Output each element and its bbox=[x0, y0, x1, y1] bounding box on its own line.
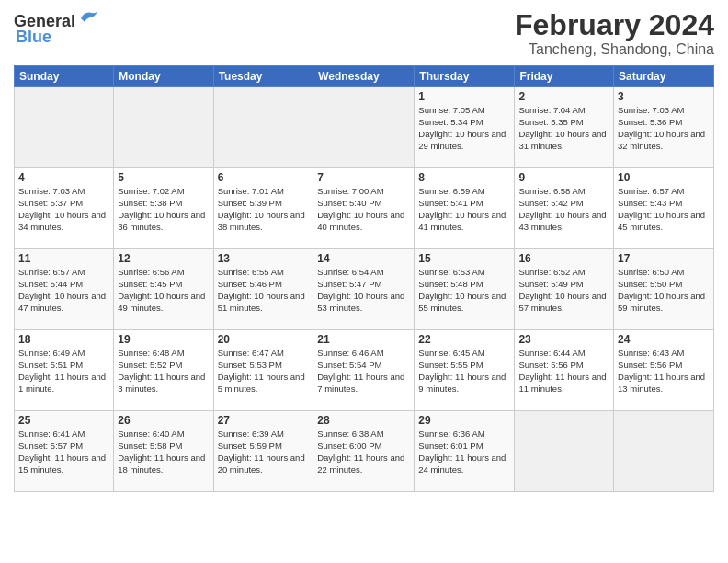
day-number: 24 bbox=[618, 333, 710, 346]
day-info: Sunrise: 6:38 AM Sunset: 6:00 PM Dayligh… bbox=[317, 429, 410, 476]
title-area: February 2024 Tancheng, Shandong, China bbox=[515, 9, 714, 58]
calendar-cell: 17Sunrise: 6:50 AM Sunset: 5:50 PM Dayli… bbox=[614, 249, 714, 330]
week-row-1: 1Sunrise: 7:05 AM Sunset: 5:34 PM Daylig… bbox=[15, 87, 714, 168]
calendar-cell: 1Sunrise: 7:05 AM Sunset: 5:34 PM Daylig… bbox=[415, 87, 515, 168]
day-number: 10 bbox=[618, 171, 710, 184]
calendar-cell: 2Sunrise: 7:04 AM Sunset: 5:35 PM Daylig… bbox=[515, 87, 614, 168]
header-monday: Monday bbox=[114, 66, 213, 87]
day-number: 7 bbox=[317, 171, 410, 184]
day-number: 5 bbox=[118, 171, 209, 184]
day-number: 11 bbox=[18, 252, 109, 265]
day-info: Sunrise: 6:54 AM Sunset: 5:47 PM Dayligh… bbox=[317, 267, 410, 314]
day-info: Sunrise: 6:52 AM Sunset: 5:49 PM Dayligh… bbox=[518, 267, 609, 314]
header-tuesday: Tuesday bbox=[213, 66, 313, 87]
day-info: Sunrise: 6:53 AM Sunset: 5:48 PM Dayligh… bbox=[418, 267, 510, 314]
day-number: 21 bbox=[317, 333, 410, 346]
calendar-cell: 24Sunrise: 6:43 AM Sunset: 5:56 PM Dayli… bbox=[614, 330, 714, 411]
header-saturday: Saturday bbox=[614, 66, 714, 87]
calendar-cell bbox=[614, 411, 714, 492]
calendar-cell: 6Sunrise: 7:01 AM Sunset: 5:39 PM Daylig… bbox=[213, 168, 313, 249]
calendar-cell bbox=[515, 411, 614, 492]
logo: General Blue bbox=[14, 9, 99, 47]
calendar-cell bbox=[114, 87, 213, 168]
day-info: Sunrise: 6:59 AM Sunset: 5:41 PM Dayligh… bbox=[418, 186, 510, 233]
header-friday: Friday bbox=[515, 66, 614, 87]
day-info: Sunrise: 7:03 AM Sunset: 5:37 PM Dayligh… bbox=[18, 186, 109, 233]
calendar-cell: 26Sunrise: 6:40 AM Sunset: 5:58 PM Dayli… bbox=[114, 411, 213, 492]
calendar-cell: 19Sunrise: 6:48 AM Sunset: 5:52 PM Dayli… bbox=[114, 330, 213, 411]
day-number: 4 bbox=[18, 171, 109, 184]
calendar-cell bbox=[313, 87, 415, 168]
day-number: 6 bbox=[218, 171, 310, 184]
calendar-cell: 29Sunrise: 6:36 AM Sunset: 6:01 PM Dayli… bbox=[415, 411, 515, 492]
day-number: 1 bbox=[418, 90, 510, 103]
day-number: 2 bbox=[518, 90, 609, 103]
day-number: 29 bbox=[418, 414, 510, 427]
day-number: 16 bbox=[518, 252, 609, 265]
calendar-cell: 18Sunrise: 6:49 AM Sunset: 5:51 PM Dayli… bbox=[15, 330, 114, 411]
week-row-3: 11Sunrise: 6:57 AM Sunset: 5:44 PM Dayli… bbox=[15, 249, 714, 330]
calendar-cell: 23Sunrise: 6:44 AM Sunset: 5:56 PM Dayli… bbox=[515, 330, 614, 411]
day-number: 25 bbox=[18, 414, 109, 427]
calendar-cell: 5Sunrise: 7:02 AM Sunset: 5:38 PM Daylig… bbox=[114, 168, 213, 249]
calendar-cell: 25Sunrise: 6:41 AM Sunset: 5:57 PM Dayli… bbox=[15, 411, 114, 492]
day-info: Sunrise: 7:01 AM Sunset: 5:39 PM Dayligh… bbox=[218, 186, 310, 233]
calendar-cell: 3Sunrise: 7:03 AM Sunset: 5:36 PM Daylig… bbox=[614, 87, 714, 168]
day-number: 15 bbox=[418, 252, 510, 265]
day-info: Sunrise: 6:40 AM Sunset: 5:58 PM Dayligh… bbox=[118, 429, 209, 476]
day-number: 27 bbox=[218, 414, 310, 427]
day-info: Sunrise: 7:00 AM Sunset: 5:40 PM Dayligh… bbox=[317, 186, 410, 233]
week-row-4: 18Sunrise: 6:49 AM Sunset: 5:51 PM Dayli… bbox=[15, 330, 714, 411]
day-info: Sunrise: 6:41 AM Sunset: 5:57 PM Dayligh… bbox=[18, 429, 109, 476]
header-wednesday: Wednesday bbox=[313, 66, 415, 87]
calendar-cell: 15Sunrise: 6:53 AM Sunset: 5:48 PM Dayli… bbox=[415, 249, 515, 330]
day-number: 12 bbox=[118, 252, 209, 265]
calendar-cell: 11Sunrise: 6:57 AM Sunset: 5:44 PM Dayli… bbox=[15, 249, 114, 330]
day-number: 19 bbox=[118, 333, 209, 346]
day-info: Sunrise: 6:43 AM Sunset: 5:56 PM Dayligh… bbox=[618, 348, 710, 395]
day-number: 3 bbox=[618, 90, 710, 103]
day-number: 8 bbox=[418, 171, 510, 184]
day-info: Sunrise: 6:46 AM Sunset: 5:54 PM Dayligh… bbox=[317, 348, 410, 395]
day-info: Sunrise: 6:58 AM Sunset: 5:42 PM Dayligh… bbox=[518, 186, 609, 233]
calendar-cell bbox=[15, 87, 114, 168]
calendar-cell: 28Sunrise: 6:38 AM Sunset: 6:00 PM Dayli… bbox=[313, 411, 415, 492]
calendar-cell: 20Sunrise: 6:47 AM Sunset: 5:53 PM Dayli… bbox=[213, 330, 313, 411]
day-number: 23 bbox=[518, 333, 609, 346]
day-info: Sunrise: 6:48 AM Sunset: 5:52 PM Dayligh… bbox=[118, 348, 209, 395]
header-sunday: Sunday bbox=[15, 66, 114, 87]
day-number: 17 bbox=[618, 252, 710, 265]
logo-bird-icon bbox=[77, 9, 99, 33]
calendar-cell: 4Sunrise: 7:03 AM Sunset: 5:37 PM Daylig… bbox=[15, 168, 114, 249]
logo-blue-text: Blue bbox=[16, 28, 51, 47]
weekday-header-row: Sunday Monday Tuesday Wednesday Thursday… bbox=[15, 66, 714, 87]
calendar-cell: 8Sunrise: 6:59 AM Sunset: 5:41 PM Daylig… bbox=[415, 168, 515, 249]
header-area: General Blue February 2024 Tancheng, Sha… bbox=[14, 9, 714, 58]
day-info: Sunrise: 6:57 AM Sunset: 5:44 PM Dayligh… bbox=[18, 267, 109, 314]
calendar-cell: 21Sunrise: 6:46 AM Sunset: 5:54 PM Dayli… bbox=[313, 330, 415, 411]
calendar-cell: 27Sunrise: 6:39 AM Sunset: 5:59 PM Dayli… bbox=[213, 411, 313, 492]
week-row-5: 25Sunrise: 6:41 AM Sunset: 5:57 PM Dayli… bbox=[15, 411, 714, 492]
calendar-cell: 7Sunrise: 7:00 AM Sunset: 5:40 PM Daylig… bbox=[313, 168, 415, 249]
calendar-cell: 14Sunrise: 6:54 AM Sunset: 5:47 PM Dayli… bbox=[313, 249, 415, 330]
day-info: Sunrise: 6:55 AM Sunset: 5:46 PM Dayligh… bbox=[218, 267, 310, 314]
calendar-table: Sunday Monday Tuesday Wednesday Thursday… bbox=[14, 65, 714, 492]
day-number: 20 bbox=[218, 333, 310, 346]
day-info: Sunrise: 6:50 AM Sunset: 5:50 PM Dayligh… bbox=[618, 267, 710, 314]
day-number: 9 bbox=[518, 171, 609, 184]
day-info: Sunrise: 6:44 AM Sunset: 5:56 PM Dayligh… bbox=[518, 348, 609, 395]
day-info: Sunrise: 7:02 AM Sunset: 5:38 PM Dayligh… bbox=[118, 186, 209, 233]
day-number: 22 bbox=[418, 333, 510, 346]
day-number: 14 bbox=[317, 252, 410, 265]
calendar-cell bbox=[213, 87, 313, 168]
month-title: February 2024 bbox=[515, 9, 714, 41]
day-info: Sunrise: 7:05 AM Sunset: 5:34 PM Dayligh… bbox=[418, 105, 510, 152]
day-info: Sunrise: 7:03 AM Sunset: 5:36 PM Dayligh… bbox=[618, 105, 710, 152]
calendar-cell: 9Sunrise: 6:58 AM Sunset: 5:42 PM Daylig… bbox=[515, 168, 614, 249]
calendar-cell: 16Sunrise: 6:52 AM Sunset: 5:49 PM Dayli… bbox=[515, 249, 614, 330]
day-info: Sunrise: 7:04 AM Sunset: 5:35 PM Dayligh… bbox=[518, 105, 609, 152]
day-info: Sunrise: 6:47 AM Sunset: 5:53 PM Dayligh… bbox=[218, 348, 310, 395]
header-thursday: Thursday bbox=[415, 66, 515, 87]
calendar-cell: 10Sunrise: 6:57 AM Sunset: 5:43 PM Dayli… bbox=[614, 168, 714, 249]
day-info: Sunrise: 6:45 AM Sunset: 5:55 PM Dayligh… bbox=[418, 348, 510, 395]
